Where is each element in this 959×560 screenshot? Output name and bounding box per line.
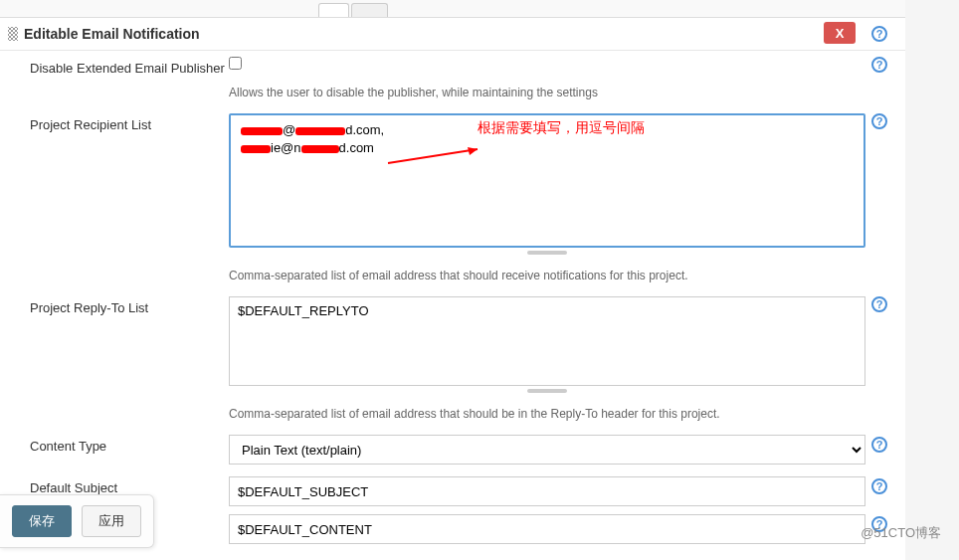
help-icon[interactable]: ? [871,437,887,453]
label-content-type: Content Type [30,435,229,454]
section-title: Editable Email Notification [24,26,200,42]
label-replyto: Project Reply-To List [30,296,229,315]
input-content[interactable] [229,514,865,544]
label-subject: Default Subject [30,476,229,495]
close-button[interactable]: X [824,22,856,44]
footer-buttons: 保存 应用 [0,494,154,548]
resize-handle[interactable] [527,389,567,393]
select-content-type[interactable]: Plain Text (text/plain) [229,435,865,465]
label-recipients: Project Recipient List [30,113,229,132]
drag-handle-icon[interactable] [8,27,18,41]
help-icon[interactable]: ? [871,478,887,494]
row-replyto: Project Reply-To List $DEFAULT_REPLYTO ? [0,290,905,399]
textarea-recipients[interactable] [229,113,865,248]
label-disable-publisher: Disable Extended Email Publisher [30,57,229,76]
help-icon[interactable]: ? [871,296,887,312]
hint-disable-publisher: Allows the user to disable the publisher… [0,82,905,107]
textarea-replyto[interactable]: $DEFAULT_REPLYTO [229,296,865,386]
resize-handle[interactable] [527,251,567,255]
tabs-bar [0,0,905,18]
tab-active[interactable] [318,3,349,17]
checkbox-disable-publisher[interactable] [229,57,242,70]
row-recipients: Project Recipient List @d.com, ie@nd.com… [0,107,905,261]
help-icon[interactable]: ? [871,26,887,42]
tab[interactable] [351,3,388,17]
row-content-type: Content Type Plain Text (text/plain) ? [0,429,905,470]
help-icon[interactable]: ? [871,57,887,73]
help-icon[interactable]: ? [871,113,887,129]
section-header: Editable Email Notification X ? [0,18,905,51]
save-button[interactable]: 保存 [12,505,72,537]
input-subject[interactable] [229,476,865,506]
hint-replyto: Comma-separated list of email address th… [0,399,905,429]
hint-recipients: Comma-separated list of email address th… [0,261,905,290]
row-disable-publisher: Disable Extended Email Publisher ? [0,51,905,82]
apply-button[interactable]: 应用 [82,505,141,537]
watermark: @51CTO博客 [861,524,941,542]
